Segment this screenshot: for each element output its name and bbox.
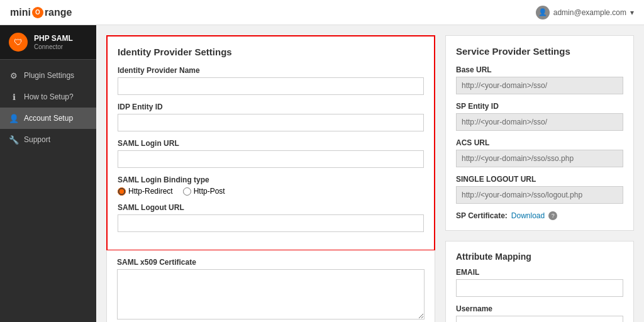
brand-circle-icon: O	[32, 7, 43, 18]
saml-login-url-input[interactable]	[118, 150, 424, 168]
acs-url-input	[456, 150, 623, 167]
radio-http-redirect-label: Http-Redirect	[128, 187, 173, 196]
idp-entity-id-label: IDP Entity ID	[118, 103, 424, 111]
support-icon: 🔧	[9, 135, 19, 145]
sp-settings-section: Service Provider Settings Base URL SP En…	[445, 35, 634, 231]
binding-type-radio-group: Http-Redirect Http-Post	[118, 187, 424, 196]
sp-entity-id-label: SP Entity ID	[456, 102, 623, 111]
saml-logout-url-label: SAML Logout URL	[118, 203, 424, 212]
radio-http-redirect[interactable]: Http-Redirect	[118, 187, 173, 196]
user-icon: 👤	[9, 113, 19, 123]
sidebar-item-label-support: Support	[24, 135, 50, 144]
gear-icon: ⚙	[9, 70, 19, 80]
email-attr-label: EMAIL	[456, 268, 623, 277]
single-logout-url-label: SINGLE LOGOUT URL	[456, 175, 623, 184]
navbar-username: admin@example.com	[553, 8, 626, 17]
saml-login-url-group: SAML Login URL	[118, 139, 424, 168]
sp-cert-download-link[interactable]: Download	[511, 211, 545, 220]
sp-cert-row: SP Certificate: Download ?	[456, 211, 623, 220]
saml-binding-type-label: SAML Login Binding type	[118, 175, 424, 184]
info-icon: ℹ	[9, 92, 19, 102]
saml-logout-url-input[interactable]	[118, 214, 424, 232]
brand-text-range: range	[45, 7, 72, 18]
sp-entity-id-input	[456, 113, 623, 131]
main-layout: 🛡 PHP SAML Connector ⚙ Plugin Settings ℹ…	[0, 25, 644, 322]
email-attr-group: EMAIL	[456, 268, 623, 297]
single-logout-url-input	[456, 186, 623, 204]
attribute-mapping-title: Attribute Mapping	[456, 252, 623, 262]
radio-http-post-label: Http-Post	[194, 187, 225, 196]
left-panel: Identity Provider Settings Identity Prov…	[106, 35, 435, 312]
user-avatar-icon: 👤	[536, 6, 550, 19]
base-url-group: Base URL	[456, 65, 623, 94]
saml-cert-label: SAML x509 Certificate	[117, 258, 425, 267]
navbar-dropdown-icon[interactable]: ▾	[630, 8, 634, 17]
navbar: miniOrange 👤 admin@example.com ▾	[0, 0, 644, 25]
username-attr-group: Username	[456, 304, 623, 322]
attribute-mapping-section: Attribute Mapping EMAIL Username	[445, 241, 634, 322]
sidebar-item-plugin-settings[interactable]: ⚙ Plugin Settings	[0, 65, 96, 86]
single-logout-url-group: SINGLE LOGOUT URL	[456, 175, 623, 204]
radio-http-post-input[interactable]	[183, 187, 191, 196]
saml-cert-textarea[interactable]	[117, 269, 425, 319]
plugin-icon: 🛡	[9, 33, 28, 52]
saml-login-url-label: SAML Login URL	[118, 139, 424, 148]
username-attr-label: Username	[456, 304, 623, 313]
saml-binding-type-group: SAML Login Binding type Http-Redirect Ht…	[118, 175, 424, 196]
brand-logo: miniOrange	[10, 7, 72, 18]
brand-text-mini: mini	[10, 7, 31, 18]
username-attr-input[interactable]	[456, 316, 623, 322]
idp-name-group: Identity Provider Name	[118, 66, 424, 95]
sidebar-plugin-title: PHP SAML	[34, 34, 73, 43]
saml-logout-url-group: SAML Logout URL	[118, 203, 424, 232]
email-attr-input[interactable]	[456, 279, 623, 297]
radio-http-redirect-input[interactable]	[118, 187, 126, 196]
sp-section-title: Service Provider Settings	[456, 46, 623, 57]
right-panel: Service Provider Settings Base URL SP En…	[445, 35, 634, 312]
sidebar: 🛡 PHP SAML Connector ⚙ Plugin Settings ℹ…	[0, 25, 96, 322]
sidebar-item-support[interactable]: 🔧 Support	[0, 129, 96, 150]
acs-url-label: ACS URL	[456, 138, 623, 147]
main-content: Identity Provider Settings Identity Prov…	[96, 25, 644, 322]
sidebar-plugin-subtitle: Connector	[34, 43, 73, 50]
idp-name-label: Identity Provider Name	[118, 66, 424, 75]
idp-section-title: Identity Provider Settings	[118, 47, 424, 57]
navbar-user[interactable]: 👤 admin@example.com ▾	[536, 6, 634, 19]
base-url-label: Base URL	[456, 65, 623, 74]
sp-cert-help-icon[interactable]: ?	[548, 211, 557, 220]
sidebar-item-label-account-setup: Account Setup	[24, 114, 73, 123]
idp-entity-id-group: IDP Entity ID	[118, 103, 424, 131]
certificate-section: SAML x509 Certificate NOTE: Format of th…	[106, 250, 435, 322]
sp-entity-id-group: SP Entity ID	[456, 102, 623, 131]
sidebar-item-label-how-to-setup: How to Setup?	[24, 92, 74, 101]
saml-cert-group: SAML x509 Certificate NOTE: Format of th…	[117, 258, 425, 322]
idp-settings-section: Identity Provider Settings Identity Prov…	[106, 35, 435, 251]
idp-entity-id-input[interactable]	[118, 114, 424, 131]
acs-url-group: ACS URL	[456, 138, 623, 167]
sidebar-item-how-to-setup[interactable]: ℹ How to Setup?	[0, 86, 96, 108]
radio-http-post[interactable]: Http-Post	[183, 187, 225, 196]
sidebar-item-account-setup[interactable]: 👤 Account Setup	[0, 108, 96, 129]
base-url-input	[456, 77, 623, 94]
sidebar-logo-area: 🛡 PHP SAML Connector	[0, 25, 96, 60]
sidebar-nav: ⚙ Plugin Settings ℹ How to Setup? 👤 Acco…	[0, 60, 96, 322]
idp-name-input[interactable]	[118, 77, 424, 95]
sidebar-item-label-plugin-settings: Plugin Settings	[24, 71, 74, 80]
sp-cert-label: SP Certificate:	[456, 211, 508, 220]
